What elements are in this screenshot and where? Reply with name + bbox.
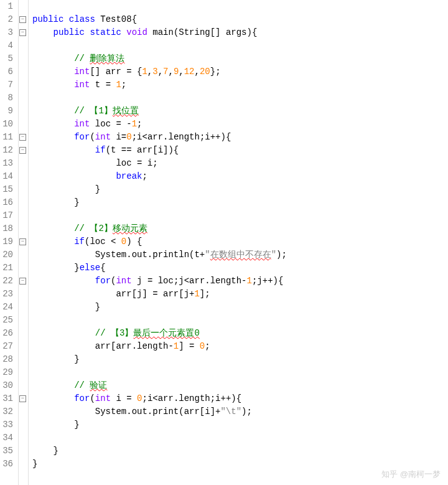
code-line[interactable]: System.out.print(arr[i]+"\t"); <box>32 405 448 418</box>
line-number: 28 <box>2 353 13 366</box>
code-line[interactable]: }else{ <box>32 261 448 275</box>
line-number: 25 <box>2 314 13 327</box>
line-number: 24 <box>2 301 13 314</box>
line-number: 2 <box>2 13 13 26</box>
line-number: 11 <box>2 131 13 144</box>
code-line[interactable]: int[] arr = {1,3,7,9,12,20}; <box>32 65 448 78</box>
line-number: 13 <box>2 157 13 170</box>
line-number: 33 <box>2 418 13 431</box>
line-number: 10 <box>2 118 13 131</box>
fold-toggle-icon[interactable]: − <box>19 29 26 36</box>
line-number-gutter: 1234567891011121314151617181920212223242… <box>0 0 19 485</box>
line-number: 9 <box>2 105 13 118</box>
fold-toggle-icon[interactable]: − <box>19 395 26 402</box>
code-line[interactable]: } <box>32 301 448 314</box>
code-line[interactable]: int loc = -1; <box>32 118 448 131</box>
code-line[interactable]: System.out.println(t+"在数组中不存在"); <box>32 248 448 261</box>
line-number: 22 <box>2 275 13 288</box>
code-line[interactable]: if(t == arr[i]){ <box>32 144 448 157</box>
code-line[interactable]: } <box>32 196 448 209</box>
code-area[interactable]: public class Test08{ public static void … <box>29 0 448 485</box>
fold-column: −−−−−−− <box>19 0 29 485</box>
code-line[interactable]: } <box>32 445 448 458</box>
line-number: 31 <box>2 392 13 405</box>
code-line[interactable]: for(int i = 0;i<arr.length;i++){ <box>32 392 448 405</box>
line-number: 20 <box>2 248 13 261</box>
code-line[interactable]: // 【2】移动元素 <box>32 222 448 235</box>
line-number: 35 <box>2 445 13 458</box>
line-number: 8 <box>2 92 13 105</box>
line-number: 3 <box>2 26 13 39</box>
line-number: 14 <box>2 170 13 183</box>
line-number: 29 <box>2 366 13 379</box>
line-number: 16 <box>2 196 13 209</box>
code-line[interactable] <box>32 92 448 105</box>
code-line[interactable]: public static void main(String[] args){ <box>32 26 448 39</box>
line-number: 21 <box>2 261 13 275</box>
code-line[interactable] <box>32 366 448 379</box>
code-line[interactable]: } <box>32 183 448 196</box>
code-line[interactable]: arr[j] = arr[j+1]; <box>32 288 448 301</box>
code-line[interactable] <box>32 431 448 445</box>
code-line[interactable] <box>32 39 448 52</box>
fold-toggle-icon[interactable]: − <box>19 147 26 154</box>
code-line[interactable]: } <box>32 353 448 366</box>
line-number: 27 <box>2 340 13 353</box>
line-number: 26 <box>2 327 13 340</box>
line-number: 6 <box>2 65 13 78</box>
code-line[interactable]: for(int j = loc;j<arr.length-1;j++){ <box>32 275 448 288</box>
code-line[interactable]: int t = 1; <box>32 78 448 92</box>
line-number: 32 <box>2 405 13 418</box>
code-line[interactable]: arr[arr.length-1] = 0; <box>32 340 448 353</box>
code-line[interactable] <box>32 314 448 327</box>
fold-toggle-icon[interactable]: − <box>19 16 26 23</box>
line-number: 5 <box>2 52 13 65</box>
line-number: 23 <box>2 288 13 301</box>
code-line[interactable]: } <box>32 418 448 431</box>
line-number: 4 <box>2 39 13 52</box>
code-line[interactable]: // 【3】最后一个元素置0 <box>32 327 448 340</box>
line-number: 19 <box>2 235 13 248</box>
code-line[interactable]: loc = i; <box>32 157 448 170</box>
line-number: 1 <box>2 0 13 13</box>
code-line[interactable]: // 【1】找位置 <box>32 105 448 118</box>
code-line[interactable]: } <box>32 458 448 471</box>
fold-toggle-icon[interactable]: − <box>19 278 26 285</box>
code-line[interactable]: // 验证 <box>32 379 448 392</box>
fold-toggle-icon[interactable]: − <box>19 134 26 141</box>
line-number: 15 <box>2 183 13 196</box>
code-editor: 1234567891011121314151617181920212223242… <box>0 0 448 485</box>
line-number: 7 <box>2 78 13 92</box>
line-number: 36 <box>2 458 13 471</box>
line-number: 12 <box>2 144 13 157</box>
line-number: 30 <box>2 379 13 392</box>
line-number: 17 <box>2 209 13 222</box>
line-number: 18 <box>2 222 13 235</box>
line-number: 34 <box>2 431 13 445</box>
code-line[interactable]: break; <box>32 170 448 183</box>
fold-toggle-icon[interactable]: − <box>19 238 26 245</box>
code-line[interactable] <box>32 209 448 222</box>
code-line[interactable]: // 删除算法 <box>32 52 448 65</box>
code-line[interactable]: if(loc < 0) { <box>32 235 448 248</box>
code-line[interactable] <box>32 0 448 13</box>
code-line[interactable]: for(int i=0;i<arr.length;i++){ <box>32 131 448 144</box>
code-line[interactable]: public class Test08{ <box>32 13 448 26</box>
